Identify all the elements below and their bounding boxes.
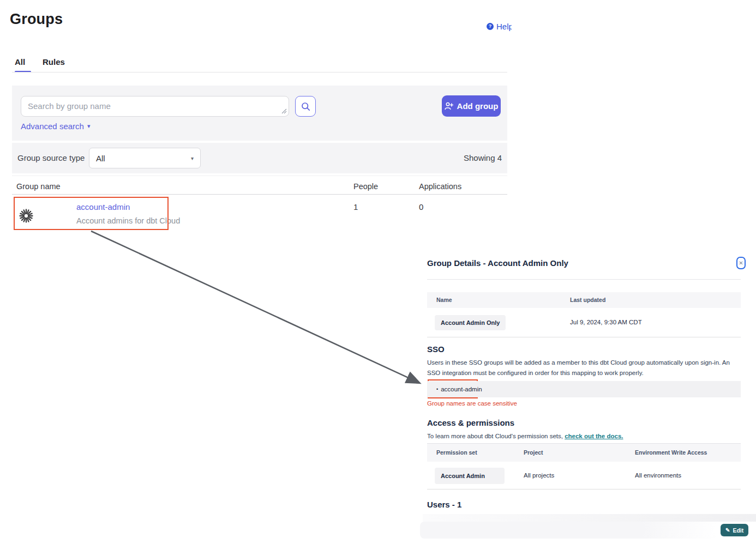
help-label: Help <box>496 22 512 31</box>
advanced-search-label: Advanced search <box>21 122 84 131</box>
add-user-icon <box>445 102 453 110</box>
filter-panel: Group source type All ▾ Showing 4 <box>12 143 507 173</box>
close-icon: ✕ <box>739 260 743 266</box>
environment-value: All environments <box>635 472 681 479</box>
users-table-header-band <box>423 514 756 522</box>
screenshot-canvas: Groups ? Help All Rules Advanced search … <box>0 0 756 550</box>
group-details-title: Group Details - Account Admin Only <box>427 258 568 268</box>
page-title: Groups <box>10 11 63 28</box>
group-source-type-label: Group source type <box>17 153 85 162</box>
permission-table-header-project: Project <box>524 449 543 456</box>
permission-table-header-env: Environment Write Access <box>635 449 707 456</box>
access-description-text: To learn more about dbt Cloud's permissi… <box>427 433 565 439</box>
help-link[interactable]: ? Help <box>487 21 512 32</box>
group-name-link[interactable]: account-admin <box>76 202 130 211</box>
group-gear-icon <box>19 208 34 226</box>
sso-description: Users in these SSO groups will be added … <box>427 358 742 378</box>
table-header-divider <box>12 194 507 195</box>
project-value: All projects <box>524 472 554 479</box>
column-header-people: People <box>353 182 378 191</box>
close-button[interactable]: ✕ <box>736 257 746 269</box>
access-permissions-description: To learn more about dbt Cloud's permissi… <box>427 433 623 439</box>
case-sensitive-warning: Group names are case sensitive <box>427 400 517 407</box>
permission-table-header-set: Permission set <box>436 449 477 456</box>
name-table-bottom-divider <box>427 337 741 337</box>
docs-link[interactable]: check out the docs. <box>565 433 623 439</box>
people-count: 1 <box>353 202 358 211</box>
advanced-search-link[interactable]: Advanced search ▾ <box>21 122 90 131</box>
tabs-divider <box>12 72 507 72</box>
edit-button[interactable]: ✎ Edit <box>721 524 748 536</box>
caret-down-icon: ▾ <box>191 155 194 161</box>
last-updated-value: Jul 9, 2024, 9:30 AM CDT <box>570 319 642 325</box>
column-header-applications: Applications <box>419 182 461 191</box>
search-panel: Advanced search ▾ Add group <box>12 86 507 141</box>
permission-table-bottom-divider <box>427 489 741 489</box>
search-icon <box>301 102 310 111</box>
caret-down-icon: ▾ <box>87 123 91 130</box>
sso-group-item: • account-admin <box>436 386 482 392</box>
sso-heading: SSO <box>427 344 445 354</box>
tab-all[interactable]: All <box>15 57 25 67</box>
details-title-divider <box>427 279 741 280</box>
name-table-header-name: Name <box>436 297 452 303</box>
search-button[interactable] <box>295 96 316 117</box>
bullet-icon: • <box>436 386 438 392</box>
group-description: Account admins for dbt Cloud <box>76 216 180 225</box>
help-icon: ? <box>487 23 494 30</box>
group-name-chip: Account Admin Only <box>435 315 506 330</box>
annotation-arrow <box>0 0 756 550</box>
pencil-icon: ✎ <box>725 527 730 533</box>
add-group-button[interactable]: Add group <box>442 95 501 117</box>
tab-rules[interactable]: Rules <box>43 57 65 67</box>
users-table-row-band <box>420 522 717 539</box>
group-source-type-select[interactable]: All ▾ <box>89 148 201 168</box>
edit-label: Edit <box>733 527 743 534</box>
name-table-header-last-updated: Last updated <box>570 297 605 303</box>
search-input[interactable] <box>21 96 289 117</box>
sso-group-list: • account-admin <box>427 381 741 397</box>
selected-option-label: All <box>96 154 105 163</box>
showing-count: Showing 4 <box>464 153 502 162</box>
column-header-group-name: Group name <box>16 182 61 191</box>
applications-count: 0 <box>419 202 423 211</box>
table-top-divider <box>12 176 507 176</box>
users-heading: Users - 1 <box>427 500 461 509</box>
sso-group-name: account-admin <box>441 386 482 392</box>
add-group-label: Add group <box>457 101 499 111</box>
permission-set-chip: Account Admin <box>435 468 505 484</box>
access-permissions-heading: Access & permissions <box>427 418 514 427</box>
